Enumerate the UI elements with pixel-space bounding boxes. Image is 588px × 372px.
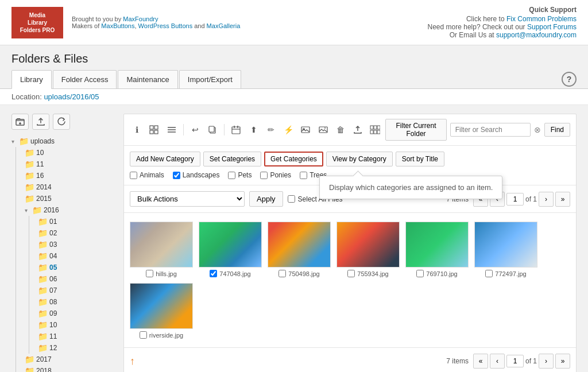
tree-item-11b[interactable]: 📁11 xyxy=(38,331,118,342)
cat-check-ponies[interactable]: Ponies xyxy=(260,171,291,179)
image-check-sunset[interactable]: 755934.jpg xyxy=(347,270,388,277)
maxgalleria-link[interactable]: MaxGalleria xyxy=(207,22,241,29)
date-icon[interactable] xyxy=(229,122,243,137)
grid2-icon[interactable] xyxy=(368,122,382,137)
get-categories-button[interactable]: Get Categories xyxy=(264,152,323,166)
cat-check-pets[interactable]: Pets xyxy=(228,171,252,179)
pets-checkbox[interactable] xyxy=(228,172,235,179)
grid-view-icon[interactable] xyxy=(147,122,161,137)
sort-by-title-button[interactable]: Sort by Title xyxy=(396,152,444,166)
upload-button[interactable] xyxy=(32,114,49,130)
hills-checkbox[interactable] xyxy=(146,270,153,277)
image-item-hills[interactable]: hills.jpg xyxy=(130,222,193,277)
tree-item-12[interactable]: 📁12 xyxy=(38,342,118,354)
tree-item-04[interactable]: 📁04 xyxy=(38,250,118,262)
tree-item-2018[interactable]: 📁2018 xyxy=(25,365,118,372)
tree-item-2017[interactable]: 📁2017 xyxy=(25,354,118,365)
bottom-last-page-button[interactable]: » xyxy=(555,354,570,369)
image-icon[interactable] xyxy=(299,122,312,137)
export-icon[interactable] xyxy=(351,122,365,137)
wpbuttons-link[interactable]: WordPress Buttons xyxy=(138,22,193,29)
tree-item-05[interactable]: 📁05 xyxy=(38,262,118,273)
trees-checkbox[interactable] xyxy=(300,172,307,179)
city-checkbox[interactable] xyxy=(278,270,286,277)
image-check-castle[interactable]: riverside.jpg xyxy=(140,331,183,339)
email-link[interactable]: support@maxfoundry.com xyxy=(496,31,577,39)
tree-item-11[interactable]: 📁11 xyxy=(25,158,118,170)
tab-folder-access[interactable]: Folder Access xyxy=(53,70,117,88)
image-check-ocean[interactable]: 772497.jpg xyxy=(485,270,526,277)
lake-checkbox[interactable] xyxy=(210,270,217,277)
cat-check-landscapes[interactable]: Landscapes xyxy=(173,171,220,179)
page-number-input[interactable] xyxy=(506,193,524,206)
tree-item-02[interactable]: 📁02 xyxy=(38,227,118,239)
tree-item-16[interactable]: 📁16 xyxy=(25,170,118,181)
image-check-hills[interactable]: hills.jpg xyxy=(146,270,177,277)
image-item-750498[interactable]: 750498.jpg xyxy=(268,222,331,277)
tree-item-08[interactable]: 📁08 xyxy=(38,296,118,308)
view-by-category-button[interactable]: View by Category xyxy=(326,152,393,166)
info-icon[interactable]: ℹ xyxy=(130,122,144,137)
select-all-checkbox[interactable] xyxy=(288,195,295,203)
animals-checkbox[interactable] xyxy=(130,172,137,179)
image-item-755934[interactable]: 755934.jpg xyxy=(336,222,400,277)
refresh-button[interactable] xyxy=(53,114,70,130)
forest-checkbox[interactable] xyxy=(416,270,424,277)
find-button[interactable]: Find xyxy=(544,123,570,137)
tree-item-06[interactable]: 📁06 xyxy=(38,273,118,285)
tree-item-01[interactable]: 📁01 xyxy=(38,216,118,227)
tree-item-09[interactable]: 📁09 xyxy=(38,308,118,319)
image-item-769710[interactable]: 769710.jpg xyxy=(405,222,469,277)
image-check-forest[interactable]: 769710.jpg xyxy=(416,270,457,277)
last-page-button[interactable]: » xyxy=(555,192,570,207)
tree-item-2016[interactable]: ▾ 📁 2016 xyxy=(25,204,118,216)
filter-search-input[interactable] xyxy=(450,123,531,137)
bottom-first-page-button[interactable]: « xyxy=(473,354,488,369)
filter-current-folder-button[interactable]: Filter Current Folder xyxy=(385,119,446,141)
bolt-icon[interactable]: ⚡ xyxy=(281,122,295,137)
sunset-checkbox[interactable] xyxy=(347,270,355,277)
image-item-772497[interactable]: 772497.jpg xyxy=(474,222,537,277)
bulk-actions-select[interactable]: Bulk Actions xyxy=(130,191,245,207)
upload2-icon[interactable]: ⬆ xyxy=(246,122,260,137)
castle-checkbox[interactable] xyxy=(140,331,147,339)
scroll-up-icon[interactable]: ↑ xyxy=(130,355,135,367)
tab-maintenance[interactable]: Maintenance xyxy=(118,70,177,88)
move-icon[interactable]: ↩ xyxy=(188,122,202,137)
tree-item-03[interactable]: 📁03 xyxy=(38,239,118,250)
tab-library[interactable]: Library xyxy=(11,70,52,89)
bottom-page-number-input[interactable] xyxy=(506,355,524,367)
bottom-next-page-button[interactable]: › xyxy=(539,354,554,369)
add-folder-button[interactable] xyxy=(11,114,29,130)
tree-item-07[interactable]: 📁07 xyxy=(38,285,118,296)
location-path[interactable]: uploads/2016/05 xyxy=(44,92,99,101)
image2-icon[interactable] xyxy=(316,122,330,137)
ocean-checkbox[interactable] xyxy=(485,270,493,277)
tree-item-2014[interactable]: 📁2014 xyxy=(25,181,118,193)
add-new-category-button[interactable]: Add New Category xyxy=(130,152,200,166)
help-button[interactable]: ? xyxy=(562,72,577,87)
tree-root[interactable]: ▾ 📁 uploads xyxy=(11,135,118,147)
edit-icon[interactable]: ✏ xyxy=(264,122,278,137)
set-categories-button[interactable]: Set Categories xyxy=(203,152,261,166)
tree-item-10b[interactable]: 📁10 xyxy=(38,319,118,331)
image-check-lake[interactable]: 747048.jpg xyxy=(210,270,250,277)
clear-filter-icon[interactable]: ⊗ xyxy=(534,125,541,134)
list-view-icon[interactable] xyxy=(165,122,179,137)
image-check-city[interactable]: 750498.jpg xyxy=(278,270,319,277)
landscapes-checkbox[interactable] xyxy=(173,172,180,179)
ponies-checkbox[interactable] xyxy=(260,172,268,179)
fix-problems-link[interactable]: Fix Common Problems xyxy=(506,15,577,23)
image-item-747048[interactable]: 747048.jpg xyxy=(199,222,262,277)
bottom-prev-page-button[interactable]: ‹ xyxy=(490,354,505,369)
apply-button[interactable]: Apply xyxy=(249,191,283,207)
image-item-riverside[interactable]: riverside.jpg xyxy=(130,283,193,339)
support-forums-link[interactable]: Support Forums xyxy=(527,23,577,31)
maxfoundry-link[interactable]: MaxFoundry xyxy=(123,16,158,22)
tree-item-2015[interactable]: 📁2015 xyxy=(25,193,118,204)
next-page-button[interactable]: › xyxy=(539,192,554,207)
cat-check-animals[interactable]: Animals xyxy=(130,171,164,179)
tab-import-export[interactable]: Import/Export xyxy=(179,70,241,88)
copy-icon[interactable] xyxy=(206,122,219,137)
tree-item-10[interactable]: 📁10 xyxy=(25,147,118,158)
